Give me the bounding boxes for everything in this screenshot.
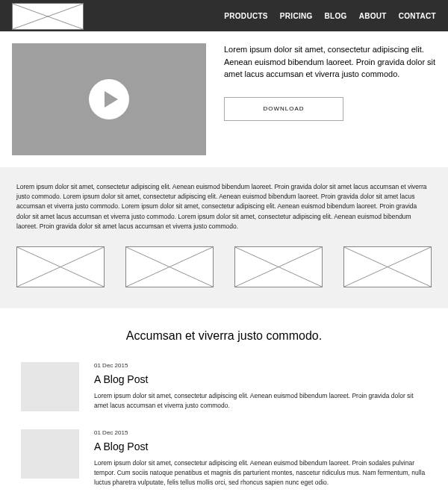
download-button[interactable]: DOWNLOAD — [224, 97, 343, 121]
post-title[interactable]: A Blog Post — [94, 440, 427, 452]
blog-heading: Accumsan et viverra justo commodo. — [21, 329, 427, 343]
blog-post: 01 Dec 2015 A Blog Post Lorem ipsum dolo… — [21, 429, 427, 488]
blog-post: 01 Dec 2015 A Blog Post Lorem ipsum dolo… — [21, 362, 427, 411]
feature-thumb[interactable] — [16, 246, 105, 287]
feature-thumbnails — [16, 246, 432, 287]
feature-copy: Lorem ipsum dolor sit amet, consectetur … — [16, 182, 432, 231]
feature-thumb[interactable] — [125, 246, 214, 287]
nav-item-pricing[interactable]: PRICING — [280, 12, 313, 20]
post-thumbnail[interactable] — [21, 362, 79, 411]
feature-thumb[interactable] — [343, 246, 432, 287]
post-body: 01 Dec 2015 A Blog Post Lorem ipsum dolo… — [94, 362, 427, 411]
hero-section: Lorem ipsum dolor sit amet, consectetur … — [0, 31, 448, 167]
post-title[interactable]: A Blog Post — [94, 373, 427, 385]
site-header: PRODUCTS PRICING BLOG ABOUT CONTACT — [0, 0, 448, 31]
nav-item-blog[interactable]: BLOG — [325, 12, 347, 20]
nav-item-contact[interactable]: CONTACT — [399, 12, 436, 20]
post-date: 01 Dec 2015 — [94, 362, 427, 369]
post-date: 01 Dec 2015 — [94, 429, 427, 436]
nav-item-products[interactable]: PRODUCTS — [224, 12, 268, 20]
feature-thumb[interactable] — [234, 246, 323, 287]
play-icon — [89, 79, 129, 119]
feature-strip: Lorem ipsum dolor sit amet, consectetur … — [0, 167, 448, 308]
logo-placeholder[interactable] — [12, 3, 84, 30]
main-nav: PRODUCTS PRICING BLOG ABOUT CONTACT — [224, 12, 436, 20]
post-thumbnail[interactable] — [21, 429, 79, 479]
post-excerpt: Lorem ipsum dolor sit amet, consectetur … — [94, 391, 427, 411]
hero-copy: Lorem ipsum dolor sit amet, consectetur … — [224, 43, 436, 155]
video-placeholder[interactable] — [12, 43, 206, 155]
nav-item-about[interactable]: ABOUT — [359, 12, 387, 20]
post-body: 01 Dec 2015 A Blog Post Lorem ipsum dolo… — [94, 429, 427, 488]
post-excerpt: Lorem ipsum dolor sit amet, consectetur … — [94, 458, 427, 488]
blog-section: Accumsan et viverra justo commodo. 01 De… — [0, 308, 448, 495]
hero-text-body: Lorem ipsum dolor sit amet, consectetur … — [224, 43, 436, 81]
